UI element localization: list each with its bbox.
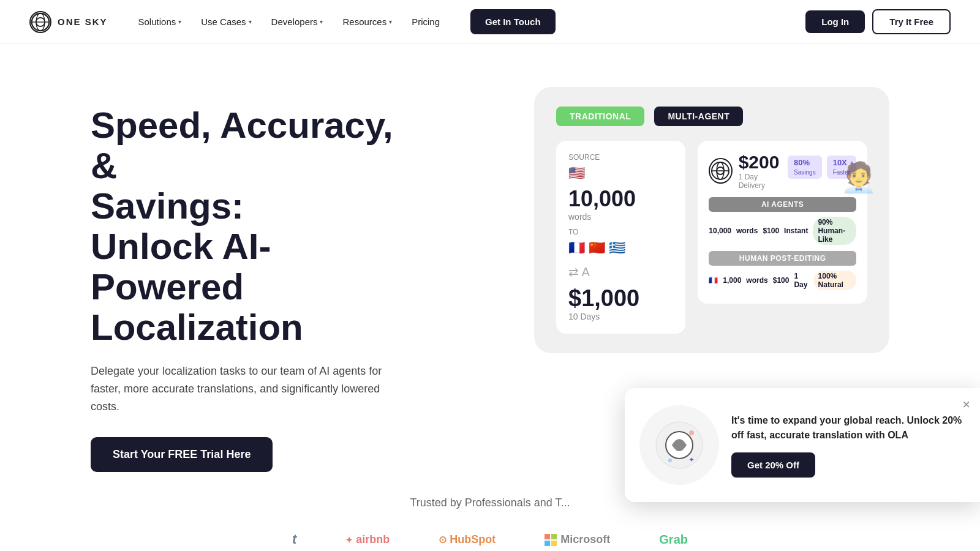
multi-delivery: 1 Day Delivery xyxy=(739,173,782,190)
logo-text: ONE SKY xyxy=(58,17,108,27)
hubspot-logo: ⊙ HubSpot xyxy=(439,533,496,546)
price-icon xyxy=(709,158,732,184)
tab-multi-agent[interactable]: MULTI-AGENT xyxy=(654,107,743,126)
nav-left: ONE SKY Solutions ▾ Use Cases ▾ Develope… xyxy=(29,9,556,34)
ai-agents-label: AI AGENTS xyxy=(709,197,856,212)
tumblr-logo: t xyxy=(292,531,296,547)
try-free-button[interactable]: Try It Free xyxy=(872,9,951,34)
svg-text:✦: ✦ xyxy=(688,455,695,464)
translate-icon: ⇄ A xyxy=(568,264,673,279)
popup-close-button[interactable]: × xyxy=(962,397,970,413)
nav-solutions[interactable]: Solutions ▾ xyxy=(130,12,190,32)
hero-headline: Speed, Accuracy, & Savings: Unlock AI-Po… xyxy=(91,105,421,348)
logo[interactable]: ONE SKY xyxy=(29,11,108,33)
get-in-touch-button[interactable]: Get In Touch xyxy=(470,9,556,34)
target-flags: 🇫🇷 🇨🇳 🇬🇷 xyxy=(568,240,673,256)
card-body: SOURCE 🇺🇸 10,000 words TO 🇫🇷 🇨🇳 🇬🇷 ⇄ A $… xyxy=(556,141,867,334)
savings-badge-container: 80% Savings xyxy=(788,156,822,179)
chevron-down-icon: ▾ xyxy=(320,18,323,25)
hero-illustration: 🧑‍💼 xyxy=(840,160,877,195)
svg-point-11 xyxy=(668,459,672,462)
nav-use-cases[interactable]: Use Cases ▾ xyxy=(192,12,260,32)
promo-popup: ✦ It's time to expand your global reach.… xyxy=(625,388,980,502)
login-button[interactable]: Log In xyxy=(805,10,865,33)
chevron-down-icon: ▾ xyxy=(249,18,252,25)
flag-fr: 🇫🇷 xyxy=(568,240,585,256)
chevron-down-icon: ▾ xyxy=(178,18,181,25)
nav-menu: Solutions ▾ Use Cases ▾ Developers ▾ Res… xyxy=(130,12,449,32)
chevron-down-icon: ▾ xyxy=(389,18,392,25)
source-label: SOURCE xyxy=(568,153,673,162)
traditional-price: $1,000 xyxy=(568,285,673,312)
popup-text: It's time to expand your global reach. U… xyxy=(731,413,963,443)
popup-image: ✦ xyxy=(639,405,719,485)
popup-cta-button[interactable]: Get 20% Off xyxy=(731,452,815,478)
traditional-days: 10 Days xyxy=(568,312,673,321)
flag-cn: 🇨🇳 xyxy=(589,240,605,256)
savings-badge: 80% Savings xyxy=(788,156,822,179)
hero-subtext: Delegate your localization tasks to our … xyxy=(91,362,385,415)
multi-price-info: $200 1 Day Delivery xyxy=(739,152,782,190)
microsoft-logo: Microsoft xyxy=(545,533,610,546)
flag-gr: 🇬🇷 xyxy=(609,240,625,256)
brand-logos: t ✦ airbnb ⊙ HubSpot Microsoft Grab xyxy=(0,522,980,551)
multi-price-row: $200 1 Day Delivery 80% Savings 10 xyxy=(709,152,856,190)
nav-resources[interactable]: Resources ▾ xyxy=(334,12,401,32)
nav-developers[interactable]: Developers ▾ xyxy=(263,12,332,32)
human-editing-label: HUMAN POST-EDITING xyxy=(709,251,856,266)
source-flag: 🇺🇸 xyxy=(568,165,673,181)
airbnb-logo: ✦ airbnb xyxy=(345,533,390,546)
card-tabs: TRADITIONAL MULTI-AGENT xyxy=(556,107,867,126)
navbar: ONE SKY Solutions ▾ Use Cases ▾ Develope… xyxy=(0,0,980,44)
he-flag: 🇫🇷 xyxy=(709,276,718,285)
words-label: words xyxy=(568,212,673,222)
he-quality-badge: 100% Natural xyxy=(813,271,856,290)
nav-right: Log In Try It Free xyxy=(805,9,951,34)
grab-logo: Grab xyxy=(659,533,688,547)
comparison-card: TRADITIONAL MULTI-AGENT SOURCE 🇺🇸 10,000… xyxy=(534,87,889,353)
ai-quality-badge: 90% Human-Like xyxy=(813,217,856,245)
start-trial-button[interactable]: Start Your FREE Trial Here xyxy=(91,437,273,472)
logo-icon xyxy=(29,11,51,33)
ai-info-row: 10,000 words $100 Instant 90% Human-Like xyxy=(709,217,856,245)
svg-point-10 xyxy=(689,430,694,435)
he-info-row: 🇫🇷 1,000 words $100 1 Day 100% Natural xyxy=(709,271,856,290)
traditional-panel: SOURCE 🇺🇸 10,000 words TO 🇫🇷 🇨🇳 🇬🇷 ⇄ A $… xyxy=(556,141,685,334)
tab-traditional[interactable]: TRADITIONAL xyxy=(556,107,644,126)
word-count: 10,000 xyxy=(568,186,673,212)
multi-price-value: $200 xyxy=(739,152,782,173)
nav-pricing[interactable]: Pricing xyxy=(403,12,448,32)
popup-content: It's time to expand your global reach. U… xyxy=(731,413,963,478)
to-label: TO xyxy=(568,228,673,236)
hero-content: Speed, Accuracy, & Savings: Unlock AI-Po… xyxy=(91,93,421,472)
